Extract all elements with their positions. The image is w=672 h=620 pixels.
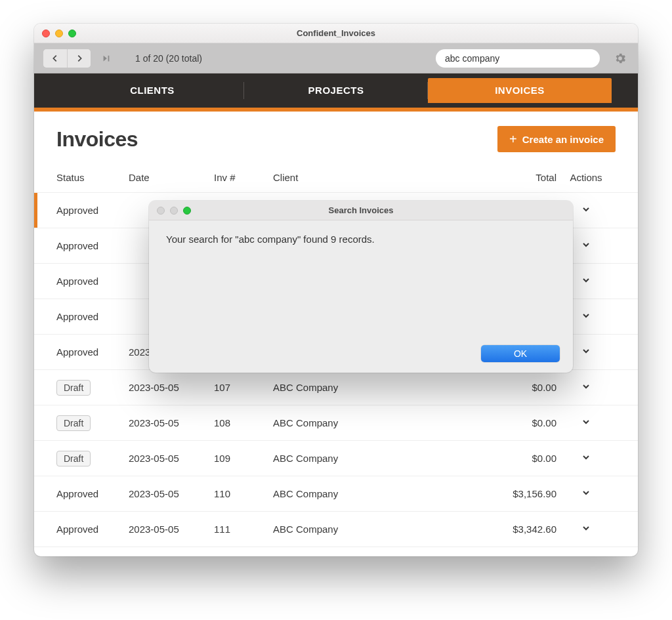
chevron-down-icon bbox=[581, 239, 591, 250]
page-header: Invoices + Create an invoice bbox=[34, 112, 638, 160]
row-actions-button[interactable] bbox=[556, 523, 616, 535]
cell-status: Approved bbox=[56, 346, 129, 358]
table-row[interactable]: Draft2023-05-05109ABC Company$0.00 bbox=[34, 441, 638, 476]
cell-invoice: 109 bbox=[214, 453, 273, 464]
gear-icon bbox=[614, 52, 627, 65]
page-title: Invoices bbox=[56, 127, 138, 152]
cell-status: Approved bbox=[56, 311, 129, 322]
cell-date: 2023-05-05 bbox=[129, 524, 214, 535]
forward-button[interactable] bbox=[67, 49, 91, 68]
window-title: Confident_Invoices bbox=[34, 28, 638, 38]
app-window: Confident_Invoices 1 of 20 (20 total) CL… bbox=[34, 24, 638, 556]
cell-invoice: 108 bbox=[214, 417, 273, 428]
row-actions-button[interactable] bbox=[556, 381, 616, 394]
cell-status: Approved bbox=[56, 205, 129, 216]
cell-status: Draft bbox=[56, 380, 129, 396]
chevron-right-icon bbox=[75, 54, 84, 63]
cell-invoice: 111 bbox=[214, 524, 273, 535]
plus-icon: + bbox=[509, 133, 517, 146]
cell-invoice: 107 bbox=[214, 382, 273, 393]
row-actions-button[interactable] bbox=[556, 487, 616, 500]
cell-total: $3,342.60 bbox=[465, 524, 556, 535]
table-row[interactable]: Draft2023-05-05107ABC Company$0.00 bbox=[34, 370, 638, 405]
cell-status: Draft bbox=[56, 415, 129, 431]
search-dialog: Search Invoices Your search for "abc com… bbox=[149, 201, 573, 373]
chevron-down-icon bbox=[581, 452, 591, 463]
col-client: Client bbox=[273, 172, 465, 183]
col-actions: Actions bbox=[556, 172, 616, 183]
chevron-down-icon bbox=[581, 487, 591, 498]
main-tabs: CLIENTS PROJECTS INVOICES bbox=[34, 73, 638, 112]
cell-client: ABC Company bbox=[273, 382, 465, 393]
back-button[interactable] bbox=[43, 49, 67, 68]
table-header: Status Date Inv # Client Total Actions bbox=[34, 160, 638, 193]
status-badge-draft: Draft bbox=[56, 451, 91, 466]
dialog-minimize-icon[interactable] bbox=[170, 207, 178, 215]
cell-status: Approved bbox=[56, 524, 129, 535]
cell-total: $0.00 bbox=[465, 382, 556, 393]
dialog-close-icon[interactable] bbox=[157, 207, 165, 215]
col-invoice: Inv # bbox=[214, 172, 273, 183]
chevron-down-icon bbox=[581, 310, 591, 321]
tab-projects[interactable]: PROJECTS bbox=[244, 78, 428, 103]
chevron-down-icon bbox=[581, 275, 591, 285]
cell-total: $3,156.90 bbox=[465, 488, 556, 499]
status-badge-draft: Draft bbox=[56, 380, 91, 396]
tab-invoices[interactable]: INVOICES bbox=[428, 78, 612, 103]
chevron-down-icon bbox=[581, 346, 591, 356]
col-total: Total bbox=[465, 172, 556, 183]
table-row[interactable]: Approved2023-05-05111ABC Company$3,342.6… bbox=[34, 512, 638, 547]
dialog-zoom-icon[interactable] bbox=[183, 207, 191, 215]
cell-invoice: 110 bbox=[214, 488, 273, 499]
chevron-down-icon bbox=[581, 417, 591, 427]
cell-client: ABC Company bbox=[273, 524, 465, 535]
cell-total: $0.00 bbox=[465, 417, 556, 428]
zoom-icon[interactable] bbox=[68, 30, 76, 37]
search-input[interactable] bbox=[436, 49, 600, 68]
chevron-left-icon bbox=[51, 54, 60, 63]
titlebar: Confident_Invoices bbox=[34, 24, 638, 43]
cell-status: Approved bbox=[56, 488, 129, 499]
dialog-window-controls bbox=[149, 207, 191, 215]
create-invoice-label: Create an invoice bbox=[522, 134, 604, 145]
skip-end-icon bbox=[102, 54, 111, 63]
row-actions-button[interactable] bbox=[556, 417, 616, 429]
status-badge-draft: Draft bbox=[56, 415, 91, 431]
cell-status: Draft bbox=[56, 451, 129, 466]
settings-button[interactable] bbox=[612, 50, 629, 67]
tab-clients[interactable]: CLIENTS bbox=[60, 78, 244, 103]
cell-total: $0.00 bbox=[465, 453, 556, 464]
cell-status: Approved bbox=[56, 240, 129, 251]
record-counter: 1 of 20 (20 total) bbox=[135, 53, 202, 64]
nav-group bbox=[43, 49, 91, 68]
cell-client: ABC Company bbox=[273, 488, 465, 499]
col-date: Date bbox=[129, 172, 214, 183]
cell-date: 2023-05-05 bbox=[129, 453, 214, 464]
minimize-icon[interactable] bbox=[55, 30, 63, 37]
dialog-message: Your search for "abc company" found 9 re… bbox=[149, 220, 573, 258]
cell-client: ABC Company bbox=[273, 453, 465, 464]
ok-button[interactable]: OK bbox=[481, 345, 560, 362]
chevron-down-icon bbox=[581, 523, 591, 533]
table-row[interactable]: Draft2023-05-05108ABC Company$0.00 bbox=[34, 405, 638, 441]
row-actions-button[interactable] bbox=[556, 452, 616, 465]
dialog-titlebar: Search Invoices bbox=[149, 201, 573, 220]
create-invoice-button[interactable]: + Create an invoice bbox=[497, 126, 616, 152]
close-icon[interactable] bbox=[42, 30, 50, 37]
jump-last-button[interactable] bbox=[98, 49, 114, 68]
dialog-title: Search Invoices bbox=[149, 205, 573, 215]
cell-status: Approved bbox=[56, 276, 129, 287]
chevron-down-icon bbox=[581, 381, 591, 392]
col-status: Status bbox=[56, 172, 129, 183]
cell-client: ABC Company bbox=[273, 417, 465, 428]
cell-date: 2023-05-05 bbox=[129, 488, 214, 499]
cell-date: 2023-05-05 bbox=[129, 417, 214, 428]
cell-date: 2023-05-05 bbox=[129, 382, 214, 393]
window-controls bbox=[34, 30, 76, 37]
chevron-down-icon bbox=[581, 204, 591, 215]
toolbar: 1 of 20 (20 total) bbox=[34, 43, 638, 73]
table-row[interactable]: Approved2023-05-05110ABC Company$3,156.9… bbox=[34, 476, 638, 512]
